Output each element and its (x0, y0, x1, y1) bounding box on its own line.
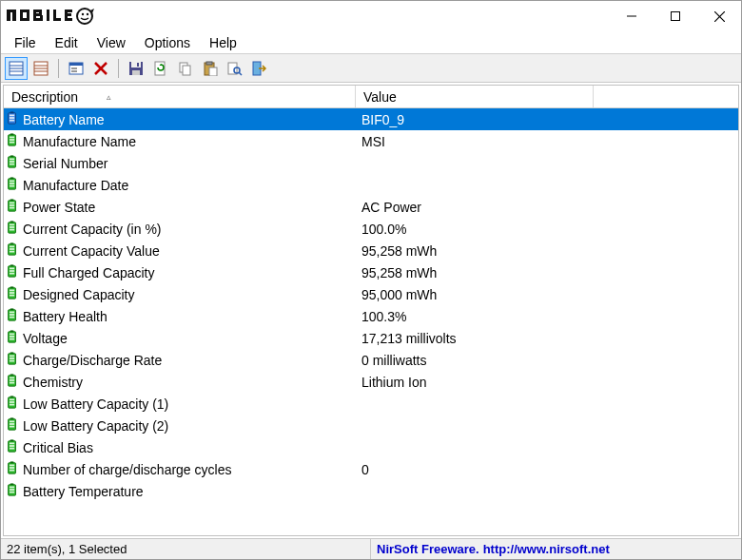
titlebar (1, 1, 741, 31)
row-value-label: 95,258 mWh (361, 243, 437, 259)
table-row[interactable]: Number of charge/discharge cycles0 (4, 458, 738, 480)
svg-rect-63 (10, 139, 14, 141)
svg-rect-82 (10, 224, 14, 226)
svg-rect-18 (65, 13, 71, 16)
svg-rect-124 (10, 404, 14, 406)
row-description-label: Manufacture Name (23, 134, 136, 149)
toolbar-separator (58, 59, 59, 78)
menu-edit[interactable]: Edit (46, 33, 88, 52)
table-row[interactable]: Critical Bias (4, 436, 738, 458)
status-text: 22 item(s), 1 Selected (1, 539, 371, 559)
menu-file[interactable]: File (5, 33, 46, 52)
svg-rect-91 (10, 264, 14, 266)
table-row[interactable]: Low Battery Capacity (1) (4, 393, 738, 415)
cell-value: 0 milliwatts (356, 349, 594, 371)
toolbar-copy-icon[interactable] (174, 57, 197, 80)
table-row[interactable]: Current Capacity Value95,258 mWh (4, 240, 738, 261)
battery-icon (6, 483, 23, 499)
row-description-label: Battery Temperature (23, 484, 144, 499)
column-header-label: Description (11, 89, 78, 105)
svg-rect-6 (27, 10, 29, 21)
cell-value (356, 436, 594, 458)
battery-icon (6, 396, 23, 412)
svg-rect-118 (10, 379, 14, 381)
svg-rect-19 (65, 18, 72, 21)
table-row[interactable]: Designed Capacity95,000 mWh (4, 283, 738, 305)
maximize-button[interactable] (654, 2, 697, 30)
svg-rect-83 (10, 226, 14, 228)
svg-rect-42 (131, 62, 141, 68)
table-row[interactable]: Battery NameBIF0_9 (4, 108, 738, 130)
svg-rect-97 (10, 290, 14, 292)
svg-rect-104 (10, 317, 14, 319)
table-row[interactable]: Charge/Discharge Rate0 milliwatts (4, 349, 738, 371)
row-value-label: 0 milliwatts (361, 353, 426, 368)
toolbar-view-list-icon[interactable] (29, 57, 52, 80)
svg-rect-50 (209, 68, 217, 76)
svg-rect-36 (69, 63, 83, 66)
minimize-button[interactable] (610, 2, 654, 30)
battery-icon (6, 286, 23, 302)
svg-rect-12 (40, 15, 43, 21)
close-button[interactable] (697, 2, 741, 30)
table-row[interactable]: ChemistryLithium Ion (4, 371, 738, 393)
svg-rect-77 (10, 203, 14, 204)
svg-rect-88 (10, 248, 14, 250)
cell-description: Battery Health (4, 305, 356, 327)
svg-rect-111 (10, 352, 14, 354)
listview-body[interactable]: Battery NameBIF0_9Manufacture NameMSISer… (4, 108, 738, 535)
menu-help[interactable]: Help (200, 33, 246, 52)
toolbar-save-icon[interactable] (125, 57, 147, 80)
table-row[interactable]: Battery Temperature (4, 480, 738, 502)
table-row[interactable]: Current Capacity (in %)100.0% (4, 218, 738, 240)
svg-rect-56 (10, 111, 14, 113)
menu-options[interactable]: Options (135, 33, 200, 52)
toolbar-delete-icon[interactable] (89, 57, 112, 80)
svg-rect-142 (10, 487, 14, 489)
table-row[interactable]: Manufacture Date (4, 174, 738, 196)
toolbar-exit-icon[interactable] (248, 57, 271, 80)
svg-rect-108 (10, 336, 14, 338)
svg-rect-138 (10, 467, 14, 469)
table-row[interactable]: Battery Health100.3% (4, 305, 738, 327)
table-row[interactable]: Serial Number (4, 152, 738, 174)
svg-rect-71 (10, 177, 14, 179)
svg-rect-134 (10, 448, 14, 450)
toolbar-paste-icon[interactable] (199, 57, 222, 80)
svg-rect-98 (10, 292, 14, 294)
cell-value: MSI (356, 130, 594, 152)
toolbar-refresh-icon[interactable] (149, 57, 172, 80)
battery-icon (6, 199, 23, 215)
svg-rect-87 (10, 246, 14, 248)
credit-link[interactable]: http://www.nirsoft.net (483, 542, 610, 556)
row-value-label: 95,258 mWh (361, 265, 437, 280)
table-row[interactable]: Low Battery Capacity (2) (4, 415, 738, 436)
toolbar-find-icon[interactable] (224, 57, 246, 80)
menu-view[interactable]: View (88, 33, 135, 52)
column-header-description[interactable]: Description ▵ (4, 86, 356, 107)
table-row[interactable]: Manufacture NameMSI (4, 130, 738, 152)
svg-rect-43 (132, 70, 140, 75)
svg-rect-15 (53, 18, 61, 21)
row-description-label: Battery Name (23, 112, 105, 127)
row-value-label: MSI (361, 134, 385, 149)
battery-icon (6, 461, 23, 477)
column-header-value[interactable]: Value (356, 86, 594, 107)
toolbar-view-details-icon[interactable] (5, 57, 28, 80)
table-row[interactable]: Full Charged Capacity95,258 mWh (4, 261, 738, 283)
battery-icon (6, 111, 23, 127)
credit-text: NirSoft Freeware. (377, 542, 479, 556)
row-value-label: 100.3% (361, 309, 406, 324)
row-description-label: Number of charge/discharge cycles (23, 462, 231, 477)
cell-value: 100.0% (356, 218, 594, 240)
listview: Description ▵ Value Battery NameBIF0_9Ma… (4, 86, 738, 535)
table-row[interactable]: Voltage17,213 millivolts (4, 327, 738, 349)
toolbar-properties-icon[interactable] (65, 57, 88, 80)
battery-icon (6, 417, 23, 434)
cell-description: Serial Number (4, 152, 356, 174)
svg-rect-109 (10, 338, 14, 340)
svg-rect-94 (10, 273, 14, 275)
table-row[interactable]: Power StateAC Power (4, 196, 738, 218)
cell-description: Battery Name (4, 108, 356, 130)
svg-rect-116 (10, 374, 14, 376)
